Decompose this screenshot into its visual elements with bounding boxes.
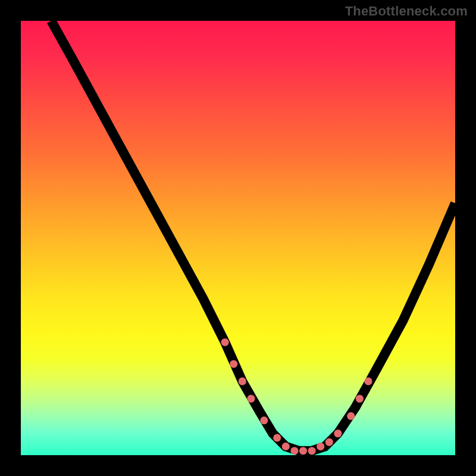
chart-frame: TheBottleneck.com [0,0,476,476]
watermark-text: TheBottleneck.com [345,4,468,19]
background-gradient [21,21,455,455]
plot-area [21,21,455,455]
